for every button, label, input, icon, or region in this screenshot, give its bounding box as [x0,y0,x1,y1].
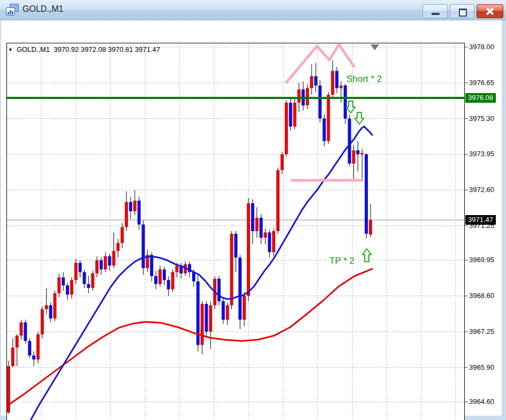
candle-bull [201,304,204,345]
candle-bull [327,95,330,141]
candle-bull [272,231,275,253]
candle-bull [297,89,300,103]
candle-bear [314,76,318,85]
candle-bull [339,86,343,88]
candle-bull [276,170,280,231]
candle-bull [293,103,296,127]
price-axis-label: 3967.25 [469,327,494,335]
candle-bull [16,335,19,347]
candle-bear [100,260,103,269]
candle-bear [129,202,132,211]
candle-bull [116,243,119,251]
tp-annotation-label[interactable]: TP * 2 [329,256,354,266]
chart-ohlc-header: ▼GOLD.,M1 3970.92 3972.08 3970.81 3971.4… [8,45,160,54]
candle-bull [45,305,48,309]
candle-bear [62,277,65,285]
short-annotation-label[interactable]: Short * 2 [346,74,382,85]
minimize-icon [432,13,440,15]
candle-bull [57,277,61,293]
candle-bear [142,225,145,269]
candle-bull [74,263,78,280]
minimize-button[interactable] [422,4,448,18]
candle-bull [20,323,23,336]
close-button[interactable] [477,4,503,18]
candle-bull [230,234,233,306]
candle-bear [66,285,69,294]
candle-bear [79,263,82,272]
candle-bear [32,355,35,359]
candle-bear [222,301,225,320]
price-axis-label: 3965.90 [469,363,494,371]
candle-bull [247,203,250,296]
candle-bear [344,86,347,119]
candle-bull [285,103,288,154]
candle-bear [87,284,90,288]
candle-bull [331,71,334,95]
candle-bear [150,255,153,276]
candle-bear [108,256,111,265]
candle-bear [205,304,208,332]
candle-bull [175,265,178,272]
candle-bull [112,251,116,265]
symbol-dropdown-icon[interactable]: ▼ [8,47,13,52]
candle-bear [260,218,263,238]
candle-bull [125,202,128,227]
candle-bull [91,273,94,288]
candle-bull [133,201,137,211]
candle-bull [41,309,44,334]
candle-bear [82,272,86,284]
candle-bull [158,270,162,284]
candle-bear [356,150,359,154]
hline-price-badge: 3976.08 [465,93,496,103]
candle-bear [348,119,351,164]
price-axis-label: 3978.00 [469,43,494,51]
price-axis-label: 3969.95 [469,256,494,264]
candle-bear [163,270,166,280]
candle-bull [360,153,364,154]
price-axis-label: 3973.95 [469,150,494,158]
candle-bull [281,154,284,170]
candle-bull [369,220,372,234]
candle-bear [234,234,237,258]
candle-bull [171,272,175,289]
price-axis-label: 3964.60 [469,398,494,406]
candle-bull [255,218,259,231]
candle-bull [226,305,229,319]
candle-bear [289,103,292,127]
candle-bear [154,276,157,284]
candle-bear [167,280,170,289]
chart-ohlc-text: GOLD.,M1 3970.92 3972.08 3970.81 3971.47 [17,45,160,54]
candle-bull [120,227,124,243]
candle-bull [53,293,56,318]
candle-bull [352,150,356,164]
candle-bull [11,348,14,366]
window-title: GOLD.,M1 [22,4,63,14]
candle-bull [243,296,246,320]
candle-bear [138,201,141,225]
price-axis-label: 3971.25 [469,222,494,230]
candle-bear [28,341,31,355]
price-axis-label: 3975.30 [469,114,494,123]
maximize-button[interactable] [450,4,474,18]
candle-bull [104,256,107,270]
candle-bull [310,76,313,88]
chart-workspace: ▼GOLD.,M1 3970.92 3972.08 3970.81 3971.4… [1,20,502,416]
candle-bull [209,305,212,331]
chart-window: GOLD.,M1 ▼GOLD.,M1 3970.92 3972.08 3970.… [0,0,506,420]
candle-bull [263,232,267,238]
price-axis-label: 3968.60 [469,292,494,300]
candle-bear [238,257,241,319]
candle-bear [251,203,254,231]
candle-bear [335,71,338,88]
candle-bear [217,279,221,301]
price-axis-label: 3976.65 [469,79,494,87]
candle-bull [36,334,40,360]
candle-bear [24,323,27,341]
maximize-icon [459,9,467,17]
price-axis-label: 3972.60 [469,186,494,194]
candle-bear [49,305,52,318]
candle-bear [268,232,271,252]
candlestick-chart[interactable] [6,43,504,420]
candle-bear [365,154,368,233]
title-bar[interactable]: GOLD.,M1 [0,0,506,20]
